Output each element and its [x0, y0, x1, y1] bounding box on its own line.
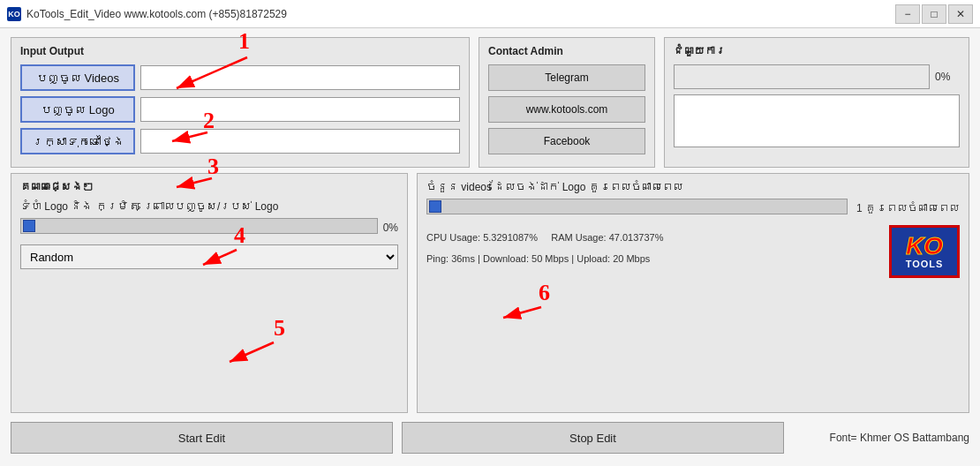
- info-title: ជំណួយការ: [674, 45, 960, 57]
- start-edit-button[interactable]: Start Edit: [11, 422, 393, 454]
- logo-progress-thumb[interactable]: [23, 220, 35, 232]
- facebook-button[interactable]: Facebook: [488, 128, 645, 154]
- website-button[interactable]: www.kotools.com: [488, 96, 645, 123]
- maximize-button[interactable]: □: [922, 4, 946, 24]
- logo-path-input[interactable]: [140, 97, 460, 122]
- browse-logo-button[interactable]: បញ្ចូល Logo: [20, 96, 135, 123]
- title-bar: KO KoTools_Edit_Video www.kotools.com (+…: [0, 0, 980, 28]
- logo-progress-percent: 0%: [383, 222, 398, 234]
- font-info: Font= Khmer OS Battambang: [793, 432, 969, 444]
- info-percent: 0%: [935, 71, 960, 83]
- info-textarea[interactable]: [674, 94, 960, 147]
- info-text-input[interactable]: [674, 64, 930, 89]
- browse-videos-button[interactable]: បញ្ចូល Videos: [20, 64, 135, 91]
- info-panel: ជំណួយការ 0%: [664, 37, 969, 168]
- video-progress-label: ចំនួន videos ដែលចង់ដាក់ Logo គួរពេលចំណាល…: [426, 181, 960, 193]
- stop-edit-button[interactable]: Stop Edit: [402, 422, 784, 454]
- contact-admin-title: Contact Admin: [488, 45, 645, 57]
- logo-progress-bar[interactable]: [20, 218, 378, 234]
- video-progress-bar[interactable]: [426, 199, 848, 214]
- minimize-button[interactable]: −: [895, 4, 920, 24]
- progress-panel: ចំនួន videos ដែលចង់ដាក់ Logo គួរពេលចំណាល…: [417, 173, 969, 413]
- network-info: Ping: 36ms | Download: 50 Mbps | Upload:…: [426, 252, 873, 267]
- calc-title: គណណៈផ្សេងៗ: [20, 181, 398, 193]
- video-progress-thumb[interactable]: [429, 200, 441, 213]
- save-output-button[interactable]: រក្សាទុកទៅថ្ងៃ: [20, 128, 135, 154]
- app-icon: KO: [7, 7, 21, 21]
- input-output-panel: Input Output បញ្ចូល Videos បញ្ចូល Logo រ…: [11, 37, 470, 168]
- contact-admin-panel: Contact Admin Telegram www.kotools.com F…: [479, 37, 655, 168]
- output-path-input[interactable]: [140, 129, 460, 154]
- videos-path-input[interactable]: [140, 65, 460, 90]
- window-title: KoTools_Edit_Video www.kotools.com (+855…: [26, 8, 287, 20]
- cpu-usage: CPU Usage: 5.3291087% RAM Usage: 47.0137…: [426, 230, 873, 246]
- close-button[interactable]: ✕: [948, 4, 973, 24]
- video-progress-right-label: 1 គួរពេលចំណាលពេល: [856, 202, 960, 214]
- input-output-title: Input Output: [20, 45, 460, 57]
- ko-logo: KO TOOLS: [889, 225, 960, 278]
- telegram-button[interactable]: Telegram: [488, 64, 645, 91]
- position-dropdown[interactable]: Random Top Left Top Right Bottom Left Bo…: [20, 244, 398, 269]
- calc-panel: គណណៈផ្សេងៗ ទំហំ Logo និង កម្រិត ព្រោលបញ្…: [11, 173, 408, 413]
- logo-size-label: ទំហំ Logo និង កម្រិត ព្រោលបញ្ចូស/របស់ Lo…: [20, 200, 398, 213]
